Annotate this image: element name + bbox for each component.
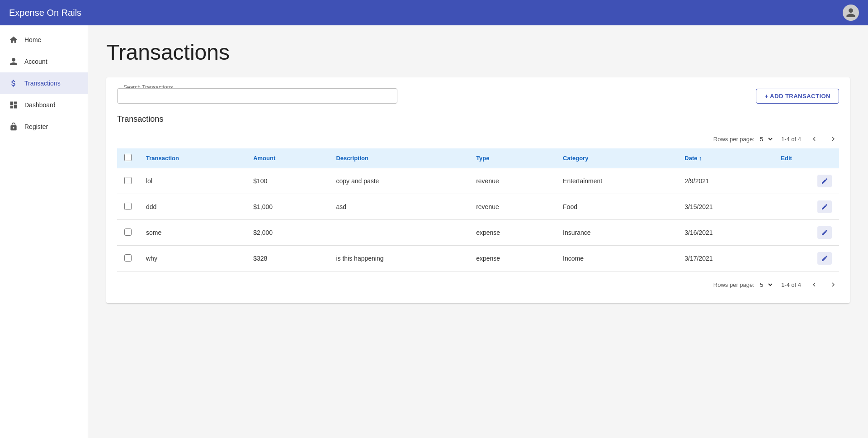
cell-description bbox=[329, 220, 469, 246]
cell-type: revenue bbox=[469, 194, 556, 220]
row-checkbox-cell bbox=[117, 168, 139, 194]
sidebar: Home Account Transactions Dashboard Regi… bbox=[0, 25, 88, 438]
person-icon bbox=[9, 57, 18, 66]
th-type[interactable]: Type bbox=[469, 148, 556, 168]
dashboard-icon bbox=[9, 100, 18, 110]
th-description[interactable]: Description bbox=[329, 148, 469, 168]
sidebar-item-register[interactable]: Register bbox=[0, 116, 88, 138]
search-input[interactable] bbox=[117, 88, 397, 104]
add-transaction-button[interactable]: + ADD TRANSACTION bbox=[756, 89, 839, 104]
top-pagination-row: Rows per page: 5 10 25 1-4 of 4 bbox=[117, 129, 839, 148]
cell-type: expense bbox=[469, 220, 556, 246]
cell-edit bbox=[774, 220, 839, 246]
rows-per-page-select-bottom[interactable]: 5 10 25 bbox=[758, 281, 774, 289]
rows-per-page-label-top: Rows per page: bbox=[713, 136, 755, 143]
th-date[interactable]: Date ↑ bbox=[677, 148, 774, 168]
select-all-checkbox[interactable] bbox=[124, 154, 132, 161]
edit-button[interactable] bbox=[817, 175, 832, 187]
row-checkbox[interactable] bbox=[124, 229, 132, 236]
top-nav: Expense On Rails bbox=[0, 0, 868, 25]
cell-date: 3/15/2021 bbox=[677, 194, 774, 220]
sidebar-label-dashboard: Dashboard bbox=[24, 101, 56, 109]
th-edit: Edit bbox=[774, 148, 839, 168]
cell-description: copy and paste bbox=[329, 168, 469, 194]
rows-per-page-select-top[interactable]: 5 10 25 bbox=[758, 135, 774, 143]
th-category[interactable]: Category bbox=[556, 148, 677, 168]
dollar-icon bbox=[9, 79, 18, 88]
pagination-info-top: 1-4 of 4 bbox=[781, 136, 801, 143]
th-checkbox bbox=[117, 148, 139, 168]
sidebar-item-transactions[interactable]: Transactions bbox=[0, 72, 88, 94]
cell-category: Income bbox=[556, 246, 677, 271]
pagination-prev-bottom[interactable] bbox=[808, 279, 820, 290]
cell-amount: $1,000 bbox=[246, 194, 329, 220]
rows-per-page-label-bottom: Rows per page: bbox=[713, 281, 755, 288]
lock-icon bbox=[9, 122, 18, 131]
cell-date: 2/9/2021 bbox=[677, 168, 774, 194]
cell-category: Food bbox=[556, 194, 677, 220]
cell-date: 3/17/2021 bbox=[677, 246, 774, 271]
cell-amount: $328 bbox=[246, 246, 329, 271]
row-checkbox-cell bbox=[117, 246, 139, 271]
sidebar-item-home[interactable]: Home bbox=[0, 29, 88, 51]
cell-edit bbox=[774, 246, 839, 271]
cell-description: is this happening bbox=[329, 246, 469, 271]
sidebar-label-home: Home bbox=[24, 36, 41, 43]
table-row: some $2,000 expense Insurance 3/16/2021 bbox=[117, 220, 839, 246]
rows-per-page-bottom: Rows per page: 5 10 25 bbox=[713, 281, 774, 289]
row-checkbox[interactable] bbox=[124, 203, 132, 210]
cell-category: Insurance bbox=[556, 220, 677, 246]
search-wrapper: Search Transactions bbox=[117, 88, 397, 104]
pagination-prev-top[interactable] bbox=[808, 133, 820, 145]
cell-amount: $100 bbox=[246, 168, 329, 194]
row-checkbox-cell bbox=[117, 194, 139, 220]
row-checkbox-cell bbox=[117, 220, 139, 246]
app-title: Expense On Rails bbox=[9, 8, 81, 18]
table-row: ddd $1,000 asd revenue Food 3/15/2021 bbox=[117, 194, 839, 220]
sidebar-item-dashboard[interactable]: Dashboard bbox=[0, 94, 88, 116]
rows-per-page-top: Rows per page: 5 10 25 bbox=[713, 135, 774, 143]
sidebar-label-register: Register bbox=[24, 123, 48, 130]
cell-transaction: why bbox=[139, 246, 246, 271]
table-row: lol $100 copy and paste revenue Entertai… bbox=[117, 168, 839, 194]
home-icon bbox=[9, 35, 18, 44]
transactions-card: Search Transactions + ADD TRANSACTION Tr… bbox=[106, 77, 850, 303]
search-add-row: Search Transactions + ADD TRANSACTION bbox=[117, 88, 839, 104]
th-transaction[interactable]: Transaction bbox=[139, 148, 246, 168]
cell-date: 3/16/2021 bbox=[677, 220, 774, 246]
row-checkbox[interactable] bbox=[124, 177, 132, 184]
edit-button[interactable] bbox=[817, 226, 832, 239]
cell-description: asd bbox=[329, 194, 469, 220]
cell-edit bbox=[774, 168, 839, 194]
th-amount[interactable]: Amount bbox=[246, 148, 329, 168]
cell-type: revenue bbox=[469, 168, 556, 194]
main-content: Transactions Search Transactions + ADD T… bbox=[88, 25, 868, 438]
pagination-next-top[interactable] bbox=[827, 133, 839, 145]
bottom-pagination-row: Rows per page: 5 10 25 1-4 of 4 bbox=[117, 271, 839, 292]
edit-button[interactable] bbox=[817, 252, 832, 265]
cell-amount: $2,000 bbox=[246, 220, 329, 246]
cell-edit bbox=[774, 194, 839, 220]
pagination-info-bottom: 1-4 of 4 bbox=[781, 281, 801, 288]
row-checkbox[interactable] bbox=[124, 254, 132, 262]
cell-type: expense bbox=[469, 246, 556, 271]
cell-category: Entertainment bbox=[556, 168, 677, 194]
table-row: why $328 is this happening expense Incom… bbox=[117, 246, 839, 271]
cell-transaction: ddd bbox=[139, 194, 246, 220]
transactions-table: Transaction Amount Description Type Cate bbox=[117, 148, 839, 271]
sidebar-label-account: Account bbox=[24, 58, 47, 65]
pagination-next-bottom[interactable] bbox=[827, 279, 839, 290]
user-avatar[interactable] bbox=[843, 5, 859, 21]
cell-transaction: lol bbox=[139, 168, 246, 194]
page-title: Transactions bbox=[106, 40, 850, 65]
sidebar-item-account[interactable]: Account bbox=[0, 51, 88, 72]
sidebar-label-transactions: Transactions bbox=[24, 80, 61, 87]
cell-transaction: some bbox=[139, 220, 246, 246]
edit-button[interactable] bbox=[817, 200, 832, 213]
table-section-title: Transactions bbox=[117, 114, 839, 124]
